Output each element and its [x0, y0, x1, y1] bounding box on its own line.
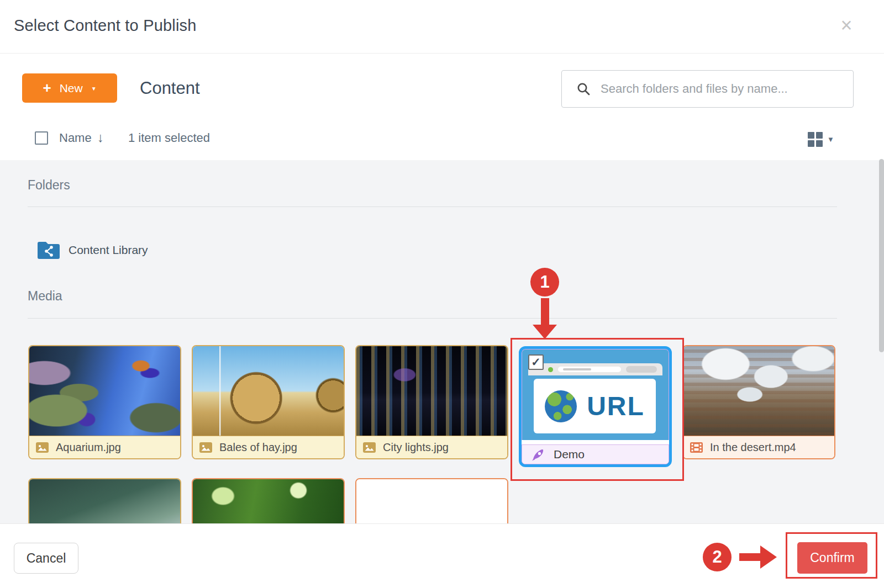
- folder-name: Content Library: [69, 243, 148, 257]
- address-bar-mock: [558, 367, 621, 372]
- selection-status: 1 item selected: [128, 131, 210, 145]
- tile-label-bar: In the desert.mp4: [683, 436, 834, 458]
- desert-canyon-thumbnail: [683, 346, 834, 436]
- chevron-down-icon: ▼: [91, 86, 97, 92]
- media-tile-aquarium[interactable]: Aquarium.jpg: [28, 345, 181, 459]
- media-name: City lights.jpg: [383, 441, 449, 454]
- modal-footer: Cancel Confirm: [0, 523, 884, 588]
- cancel-button[interactable]: Cancel: [14, 543, 78, 574]
- media-name: In the desert.mp4: [710, 441, 796, 454]
- media-name: Demo: [554, 448, 585, 461]
- new-button[interactable]: + New ▼: [22, 73, 117, 103]
- media-name: Aquarium.jpg: [56, 441, 121, 454]
- media-tile-partial[interactable]: [192, 478, 345, 523]
- image-file-icon: [363, 442, 376, 453]
- search-icon: [576, 82, 591, 96]
- tile-label-bar: Bales of hay.jpg: [193, 436, 344, 458]
- media-row: Aquarium.jpg Bales of hay.jpg: [28, 345, 837, 467]
- folders-section-label: Folders: [28, 178, 70, 193]
- aquarium-thumbnail: [29, 346, 180, 436]
- modal-title: Select Content to Publish: [14, 17, 197, 35]
- green-foliage-thumbnail: [193, 479, 344, 523]
- tile-gap: [522, 440, 669, 444]
- storm-clouds-thumbnail: [356, 479, 507, 523]
- sort-by-name[interactable]: Name: [59, 131, 92, 145]
- browser-mock-topbar: [528, 363, 662, 375]
- tile-label-bar: City lights.jpg: [356, 436, 507, 458]
- select-content-modal: Select Content to Publish × + New ▼ Cont…: [0, 0, 884, 588]
- media-name: Bales of hay.jpg: [219, 441, 297, 454]
- image-file-icon: [199, 442, 212, 453]
- media-tile-partial[interactable]: [28, 478, 181, 523]
- folder-item-content-library[interactable]: Content Library: [36, 240, 148, 261]
- new-button-label: New: [60, 82, 83, 95]
- divider: [28, 206, 837, 207]
- confirm-button[interactable]: Confirm: [797, 542, 867, 574]
- sort-direction-icon[interactable]: ↓: [97, 130, 104, 145]
- video-file-icon: [690, 442, 703, 453]
- media-tile-city-lights[interactable]: City lights.jpg: [355, 345, 508, 459]
- media-row-partial: [28, 478, 837, 523]
- search-box[interactable]: [561, 70, 854, 108]
- rocket-icon: [531, 447, 545, 462]
- green-dot-icon: [548, 367, 553, 372]
- image-file-icon: [36, 442, 49, 453]
- plus-icon: +: [43, 81, 51, 95]
- media-section-label: Media: [28, 289, 62, 304]
- browser-mock-page: URL: [534, 379, 656, 433]
- tile-label-bar: Demo: [522, 444, 669, 464]
- divider: [28, 318, 837, 319]
- annotation-highlight-box-confirm: Confirm: [786, 532, 877, 579]
- hay-bales-thumbnail: [193, 346, 344, 436]
- media-tile-bales-of-hay[interactable]: Bales of hay.jpg: [192, 345, 345, 459]
- tile-label-bar: Aquarium.jpg: [29, 436, 180, 458]
- page-title: Content: [140, 78, 200, 98]
- close-icon[interactable]: ×: [834, 13, 859, 38]
- view-options-chevron-icon[interactable]: ▼: [827, 135, 834, 144]
- url-art-text: URL: [587, 391, 645, 421]
- shared-folder-icon: [36, 240, 61, 261]
- url-preview-art: URL: [522, 349, 669, 440]
- toolbar: + New ▼ Content Name ↓ 1 item selected ▼: [0, 54, 884, 160]
- select-all-checkbox[interactable]: [35, 131, 48, 145]
- misty-mountains-thumbnail: [29, 479, 180, 523]
- media-tile-demo-selected[interactable]: ✓ URL: [519, 346, 672, 467]
- selected-checkbox[interactable]: ✓: [528, 354, 544, 370]
- vertical-scrollbar-thumb[interactable]: [879, 159, 884, 352]
- media-tile-in-the-desert[interactable]: In the desert.mp4: [682, 345, 835, 459]
- globe-icon: [545, 390, 577, 422]
- modal-header: Select Content to Publish ×: [0, 0, 884, 54]
- city-lights-thumbnail: [356, 346, 507, 436]
- button-pill-mock: [626, 366, 657, 373]
- grid-view-icon[interactable]: [808, 132, 823, 147]
- content-browser: Folders Content Library Media: [0, 160, 884, 523]
- search-input[interactable]: [601, 82, 842, 96]
- media-tile-partial[interactable]: [355, 478, 508, 523]
